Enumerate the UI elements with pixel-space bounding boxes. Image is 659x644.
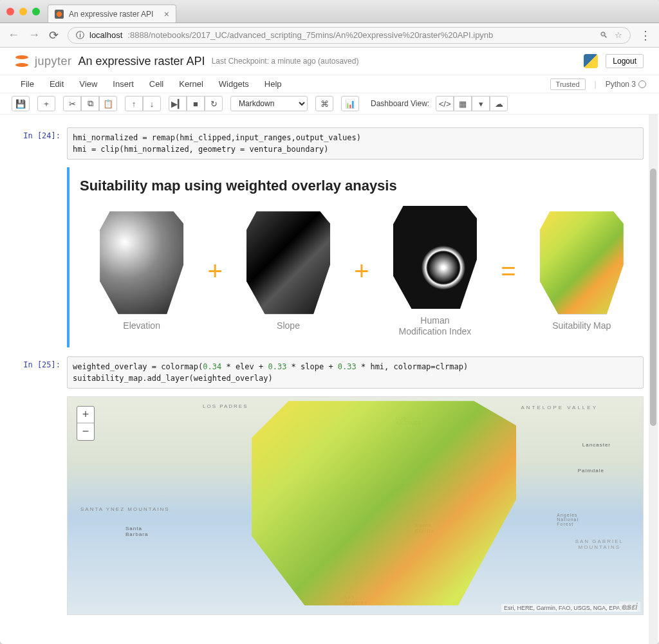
- elevation-thumbnail: [100, 211, 183, 314]
- map-label-palmdale: Palmdale: [578, 468, 604, 474]
- browser-tab[interactable]: An expressive raster API ×: [48, 5, 176, 23]
- slope-thumbnail: [246, 211, 330, 314]
- zoom-in-button[interactable]: +: [77, 407, 94, 423]
- cell-code[interactable]: weighted_overlay = colormap(0.34 * elev …: [67, 356, 644, 389]
- url-input[interactable]: ⓘ localhost :8888/notebooks/2017_UC/adva…: [68, 27, 631, 44]
- kernel-indicator[interactable]: Python 3: [606, 80, 646, 89]
- code-cell-24[interactable]: In [24]: hmi_normalized = remap(hmi_clip…: [15, 127, 644, 160]
- stop-button[interactable]: ■: [187, 96, 205, 111]
- map-attribution: Esri, HERE, Garmin, FAO, USGS, NGA, EPA,…: [501, 604, 638, 612]
- map-label-sgm: SAN GABRIEL MOUNTAINS: [575, 538, 624, 550]
- window-titlebar: An expressive raster API ×: [0, 0, 659, 23]
- code-view-button[interactable]: </>: [436, 96, 454, 111]
- kernel-name: Python 3: [606, 80, 636, 89]
- move-up-button[interactable]: ↑: [125, 96, 143, 111]
- plus-icon: +: [354, 257, 369, 286]
- paste-button[interactable]: 📋: [99, 96, 117, 111]
- tab-close-icon[interactable]: ×: [164, 9, 169, 19]
- move-down-button[interactable]: ↓: [143, 96, 161, 111]
- map-zoom-control: + −: [77, 406, 95, 441]
- add-cell-button[interactable]: +: [37, 96, 55, 111]
- dropdown-view-button[interactable]: ▾: [472, 96, 490, 111]
- checkpoint-text: Last Checkpoint: a minute ago (autosaved…: [212, 57, 359, 66]
- map-widget[interactable]: ANTELOPE VALLEY SANTA YNEZ MOUNTAINS LOS…: [67, 396, 644, 615]
- bookmark-star-icon[interactable]: ☆: [615, 30, 622, 40]
- command-palette-button[interactable]: ⌘: [315, 96, 333, 111]
- map-label-lancaster: Lancaster: [582, 442, 611, 448]
- menu-widgets[interactable]: Widgets: [211, 79, 257, 89]
- dashboard-view-label: Dashboard View:: [371, 99, 429, 108]
- nav-back-icon[interactable]: ←: [8, 28, 19, 42]
- elevation-layer: Elevation: [97, 211, 187, 331]
- grid-view-button[interactable]: ▦: [454, 96, 472, 111]
- overlay-diagram: Elevation + Slope + Human Modification I…: [80, 206, 644, 337]
- plus-icon: +: [207, 257, 222, 286]
- menu-help[interactable]: Help: [257, 79, 290, 89]
- close-window-button[interactable]: [6, 8, 14, 15]
- menu-cell[interactable]: Cell: [142, 79, 171, 89]
- save-button[interactable]: 💾: [12, 96, 30, 111]
- code-cell-25[interactable]: In [25]: weighted_overlay = colormap(0.3…: [15, 356, 644, 389]
- toolbar: 💾 + ✂ ⧉ 📋 ↑ ↓ ▶▎ ■ ↻ Markdown ⌘ 📊 Dashbo…: [0, 93, 659, 115]
- notebook-title[interactable]: An expressive raster API: [79, 55, 205, 68]
- logout-button[interactable]: Logout: [606, 54, 644, 68]
- nav-reload-icon[interactable]: ⟳: [49, 28, 59, 42]
- tab-title: An expressive raster API: [69, 10, 159, 19]
- chart-button[interactable]: 📊: [341, 96, 359, 111]
- browser-tabstrip: An expressive raster API ×: [48, 0, 176, 23]
- search-icon[interactable]: 🔍︎: [600, 30, 608, 40]
- menubar: File Edit View Insert Cell Kernel Widget…: [0, 75, 659, 93]
- maximize-window-button[interactable]: [32, 8, 40, 15]
- slope-layer: Slope: [243, 211, 333, 331]
- elevation-label: Elevation: [123, 320, 160, 331]
- suitability-layer: Suitability Map: [537, 211, 627, 331]
- nav-forward-icon: →: [28, 28, 40, 42]
- section-heading: Suitability map using weighted overlay a…: [80, 178, 644, 194]
- info-icon[interactable]: ⓘ: [76, 30, 84, 41]
- python-kernel-icon: [584, 54, 598, 68]
- notebook-scrollbar[interactable]: [649, 115, 658, 644]
- slope-label: Slope: [277, 320, 300, 331]
- menu-file[interactable]: File: [13, 79, 42, 89]
- scrollbar-thumb[interactable]: [650, 169, 656, 426]
- dashboard-extra-button[interactable]: ☁: [490, 96, 508, 111]
- trusted-badge[interactable]: Trusted: [550, 78, 586, 90]
- equals-icon: =: [501, 257, 515, 286]
- map-label-sb: Santa Barbara: [125, 526, 148, 537]
- suitability-overlay: [252, 401, 516, 605]
- map-label-padres: LOS PADRES: [203, 403, 248, 409]
- jupyter-favicon-icon: [55, 10, 64, 19]
- copy-button[interactable]: ⧉: [81, 96, 99, 111]
- map-label-ynez: SANTA YNEZ MOUNTAINS: [80, 506, 170, 512]
- suitability-label: Suitability Map: [552, 320, 611, 331]
- zoom-out-button[interactable]: −: [77, 423, 94, 440]
- jupyter-logo-text[interactable]: jupyter: [35, 55, 72, 68]
- suitability-thumbnail: [540, 211, 624, 314]
- menu-kernel[interactable]: Kernel: [171, 79, 211, 89]
- traffic-lights: [6, 8, 40, 15]
- browser-addressbar: ← → ⟳ ⓘ localhost :8888/notebooks/2017_U…: [0, 23, 659, 48]
- esri-logo: esri: [619, 602, 640, 612]
- url-host: localhost: [89, 30, 122, 40]
- cell-prompt: In [24]:: [15, 127, 67, 160]
- map-label-antelope: ANTELOPE VALLEY: [521, 405, 598, 410]
- hmi-label: Human Modification Index: [398, 315, 471, 337]
- cell-code[interactable]: hmi_normalized = remap(hmi_clipped,input…: [67, 127, 644, 160]
- hmi-thumbnail: [393, 206, 477, 309]
- run-button[interactable]: ▶▎: [169, 96, 187, 111]
- map-label-anf: Angeles National Forest: [557, 513, 579, 526]
- jupyter-header: jupyter An expressive raster API Last Ch…: [0, 48, 659, 75]
- menu-view[interactable]: View: [71, 79, 105, 89]
- cut-button[interactable]: ✂: [63, 96, 81, 111]
- menu-edit[interactable]: Edit: [42, 79, 71, 89]
- jupyter-logo-icon[interactable]: [15, 55, 28, 68]
- url-path: :8888/notebooks/2017_UC/advanced_scripti…: [127, 30, 493, 40]
- restart-button[interactable]: ↻: [205, 96, 223, 111]
- menu-insert[interactable]: Insert: [105, 79, 142, 89]
- chrome-menu-icon[interactable]: ⋮: [640, 28, 651, 42]
- notebook-area[interactable]: In [24]: hmi_normalized = remap(hmi_clip…: [0, 115, 659, 644]
- minimize-window-button[interactable]: [19, 8, 27, 15]
- markdown-cell[interactable]: Suitability map using weighted overlay a…: [67, 167, 644, 347]
- cell-prompt: In [25]:: [15, 356, 67, 389]
- celltype-select[interactable]: Markdown: [230, 96, 308, 111]
